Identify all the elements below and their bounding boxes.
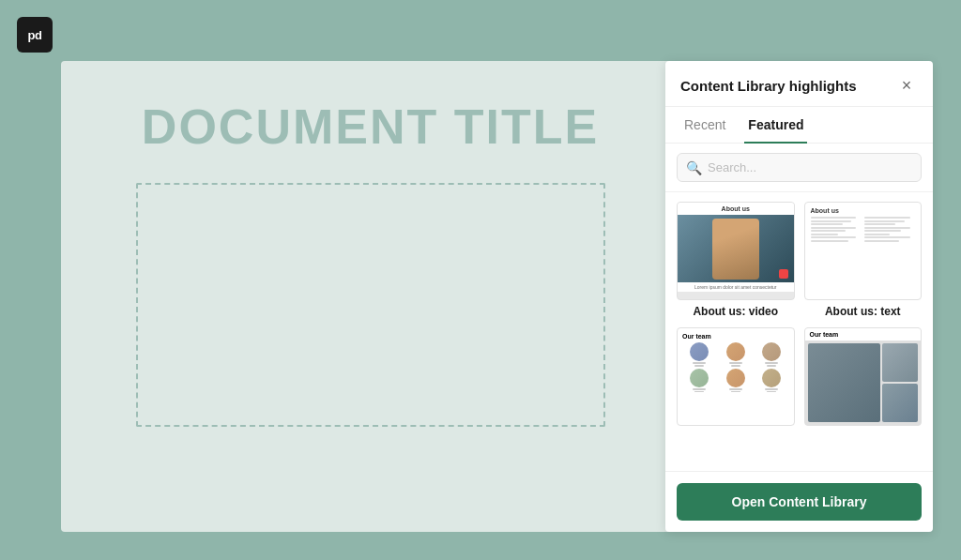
person-grid (682, 342, 789, 392)
panel-footer: Open Content Library (665, 471, 933, 532)
panel-tabs: Recent Featured (665, 107, 933, 144)
card-team-photo[interactable]: Our team Team photo (804, 327, 923, 444)
open-library-button[interactable]: Open Content Library (677, 483, 922, 521)
app-logo: pd (17, 17, 53, 53)
video-thumbnail (678, 215, 794, 282)
document-title: DOCUMENT TITLE (142, 98, 599, 155)
card-about-video[interactable]: About us Lorem ipsum dolor sit amet cons… (677, 202, 795, 318)
card-label-about-text: About us: text (825, 305, 901, 318)
card-thumb-about-text: About us (804, 202, 923, 300)
person-image (712, 219, 759, 280)
content-placeholder (136, 183, 605, 427)
content-library-panel: Content Library highlights × Recent Feat… (665, 61, 933, 532)
card-thumb-team-grid: Our team (677, 327, 795, 426)
panel-header: Content Library highlights × (665, 61, 933, 107)
panel-title: Content Library highlights (680, 78, 857, 94)
card-about-text[interactable]: About us (804, 202, 923, 318)
card-thumb-team-photo: Our team (804, 327, 923, 426)
document-canvas: DOCUMENT TITLE (61, 61, 679, 532)
panel-close-button[interactable]: × (895, 74, 918, 97)
search-input-wrapper: 🔍 (677, 153, 922, 182)
card-thumb-about-video: About us Lorem ipsum dolor sit amet cons… (677, 202, 795, 300)
search-container: 🔍 (665, 144, 933, 192)
tab-featured[interactable]: Featured (744, 108, 807, 144)
tab-recent[interactable]: Recent (680, 108, 729, 144)
card-label-about-video: About us: video (693, 305, 778, 318)
search-input[interactable] (677, 153, 922, 182)
card-team-grid[interactable]: Our team (677, 327, 795, 444)
panel-cards-grid: About us Lorem ipsum dolor sit amet cons… (665, 192, 933, 471)
search-icon: 🔍 (686, 160, 702, 175)
